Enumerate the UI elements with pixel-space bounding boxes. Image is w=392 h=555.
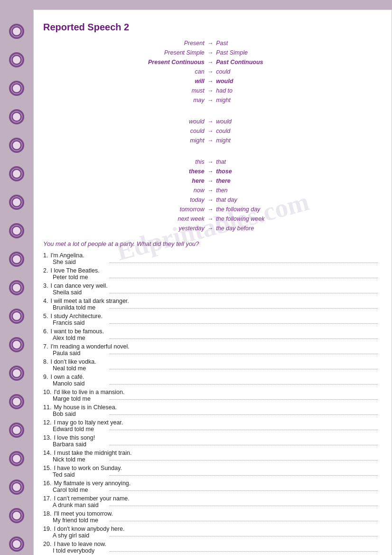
sentence-text: I love The Beatles. (50, 267, 99, 274)
answer-line (110, 293, 377, 293)
modal-rules-table: would → wouldcould → couldmight → might (43, 117, 377, 145)
exercise-item: 19.I don't know anybody here.A shy girl … (43, 526, 377, 539)
exercise-sentence: 1.I'm Angelina. (43, 252, 377, 259)
exercise-response: Carol told me (43, 487, 377, 493)
sentence-text: I don't like vodka. (50, 358, 96, 365)
exercise-sentence: 8.I don't like vodka. (43, 358, 377, 365)
rule-right: those (216, 167, 292, 176)
exercise-number: 1. (43, 252, 48, 259)
speaker-label: Manolo said (53, 380, 110, 387)
exercise-number: 4. (43, 298, 48, 304)
exercise-sentence: 4.I will meet a tall dark stranger. (43, 298, 377, 304)
answer-line (110, 460, 377, 461)
rule-row: yesterday → the day before (43, 224, 377, 233)
arrow-icon: → (207, 167, 214, 176)
exercise-number: 10. (43, 389, 51, 395)
sentence-text: I want to be famous. (50, 328, 104, 335)
answer-line (110, 354, 377, 354)
exercise-item: 9.I own a café.Manolo said (43, 374, 377, 387)
exercise-item: 6.I want to be famous.Alex told me (43, 328, 377, 341)
answer-line (110, 278, 377, 278)
speaker-label: Paula said (53, 350, 110, 357)
spiral-ring-7 (9, 195, 24, 210)
exercise-item: 13.I love this song!Barbara said (43, 434, 377, 448)
rule-left: now (129, 186, 205, 195)
arrow-icon: → (207, 48, 213, 57)
rule-row: this → that (43, 157, 377, 167)
exercise-number: 6. (43, 328, 48, 335)
spiral-ring-15 (9, 423, 24, 438)
exercise-response: She said (43, 259, 377, 265)
tense-rules-table: Present → PastPresent Simple → Past Simp… (43, 38, 377, 105)
rule-right: the day before (216, 224, 292, 233)
exercise-sentence: 3.I can dance very well. (43, 282, 377, 289)
exercise-response: Manolo said (43, 380, 377, 387)
answer-line (110, 475, 377, 476)
spiral-ring-5 (9, 138, 24, 153)
spiral-ring-3 (9, 81, 24, 96)
rule-row: next week → the following week (43, 214, 377, 224)
instruction-text: You met a lot of people at a party. What… (43, 240, 377, 247)
speaker-label: A shy girl said (53, 532, 110, 539)
spiral-ring-4 (9, 109, 24, 124)
exercise-sentence: 16.My flatmate is very annoying. (43, 480, 377, 487)
exercise-sentence: 9.I own a café. (43, 374, 377, 380)
rule-left: here (129, 176, 205, 186)
rule-right: Past Continuous (216, 57, 292, 67)
exercise-number: 13. (43, 434, 51, 441)
sentence-text: I love this song! (54, 434, 95, 441)
arrow-icon: → (207, 76, 214, 86)
rule-right: there (216, 176, 292, 186)
exercise-sentence: 2.I love The Beatles. (43, 267, 377, 274)
rule-left: would (129, 117, 205, 126)
sentence-text: My flatmate is very annoying. (54, 480, 131, 487)
arrow-icon: → (207, 195, 213, 205)
exercise-number: 5. (43, 313, 48, 320)
speaker-label: Ted said (53, 471, 110, 478)
arrow-icon: → (207, 86, 213, 95)
answer-line (110, 551, 377, 552)
arrow-icon: → (207, 205, 213, 214)
rule-left: might (129, 136, 205, 145)
exercise-number: 9. (43, 374, 48, 380)
exercise-response: My friend told me (43, 517, 377, 524)
exercise-number: 12. (43, 419, 51, 426)
exercise-item: 18.I'll meet you tomorrow.My friend told… (43, 510, 377, 524)
sentence-text: I must take the midnight train. (54, 450, 131, 456)
rule-left: can (129, 67, 205, 76)
arrow-icon: → (207, 136, 213, 145)
rule-row: may → might (43, 95, 377, 105)
spiral-ring-9 (9, 252, 24, 267)
exercise-sentence: 20.I have to leave now. (43, 541, 377, 547)
speaker-label: Peter told me (53, 274, 110, 281)
answer-line (110, 339, 377, 339)
spiral-ring-6 (9, 166, 24, 181)
exercise-item: 17.I can't remember your name.A drunk ma… (43, 495, 377, 508)
exercise-number: 3. (43, 282, 48, 289)
arrow-icon: → (207, 126, 213, 136)
answer-line (110, 384, 377, 385)
exercise-response: Sheila said (43, 289, 377, 296)
answer-line (110, 430, 377, 430)
sentence-text: I will meet a tall dark stranger. (50, 298, 129, 304)
speaker-label: Sheila said (53, 289, 110, 296)
exercise-number: 20. (43, 541, 51, 547)
exercise-response: I told everybody (43, 547, 377, 554)
arrow-icon: → (207, 95, 213, 105)
exercise-response: A drunk man said (43, 502, 377, 508)
arrow-icon: → (207, 57, 214, 67)
speaker-label: Neal told me (53, 365, 110, 372)
rule-left: next week (129, 214, 205, 224)
rule-right: might (216, 136, 292, 145)
rule-left: Present (129, 38, 205, 48)
rule-row: will → would (43, 76, 377, 86)
spiral-ring-12 (9, 337, 24, 352)
exercise-sentence: 15.I have to work on Sunday. (43, 465, 377, 471)
rule-row: Present → Past (43, 38, 377, 48)
speaker-label: Carol told me (53, 487, 110, 493)
answer-line (110, 308, 377, 309)
exercise-number: 19. (43, 526, 51, 532)
exercise-response: Bob said (43, 411, 377, 417)
exercise-sentence: 18.I'll meet you tomorrow. (43, 510, 377, 517)
rule-row: could → could (43, 126, 377, 136)
